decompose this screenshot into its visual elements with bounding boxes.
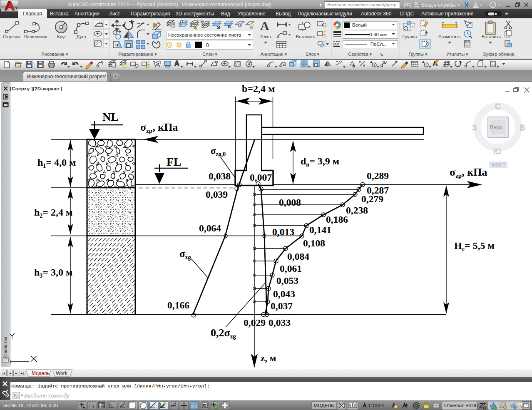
svg-text:Ю: Ю: [493, 147, 501, 156]
svg-text:σzg: σzg: [179, 248, 191, 261]
svg-text:0,033: 0,033: [268, 317, 291, 328]
svg-text:FL: FL: [167, 155, 181, 168]
svg-text:b=2,4 м: b=2,4 м: [242, 83, 275, 94]
svg-text:0,013: 0,013: [272, 226, 294, 237]
svg-text:0,061: 0,061: [280, 263, 302, 274]
svg-text:С: С: [495, 102, 501, 111]
svg-text:0,038: 0,038: [209, 171, 231, 181]
svg-text:0,029: 0,029: [244, 317, 266, 328]
svg-text:dn= 3,9 м: dn= 3,9 м: [301, 156, 339, 168]
svg-text:h3= 3,0 м: h3= 3,0 м: [34, 267, 72, 279]
svg-text:А: А: [260, 19, 269, 32]
svg-text:σzp, кПа: σzp, кПа: [140, 121, 178, 134]
svg-text:h1= 4,0 м: h1= 4,0 м: [37, 157, 76, 169]
svg-text:Work: Work: [56, 370, 68, 376]
svg-text:0,108: 0,108: [303, 238, 325, 248]
svg-text:Вход в службы: Вход в службы: [421, 2, 456, 8]
svg-text:Hc= 5,5 м: Hc= 5,5 м: [454, 240, 495, 252]
svg-text:Модель: Модель: [32, 370, 50, 376]
svg-text:0,166: 0,166: [167, 300, 189, 311]
svg-text:МСК: МСК: [492, 162, 502, 167]
svg-text:Отметка: +0.00: Отметка: +0.00: [444, 403, 478, 408]
svg-text:0,279: 0,279: [361, 194, 383, 204]
svg-text:h2= 2,4 м: h2= 2,4 м: [34, 207, 72, 219]
svg-text:0,053: 0,053: [276, 275, 298, 286]
svg-text:Верх: Верх: [490, 124, 503, 130]
svg-text:0,008: 0,008: [279, 197, 301, 208]
svg-text:1:100: 1:100: [368, 403, 380, 408]
svg-text:0,084: 0,084: [287, 251, 309, 262]
svg-text:0,039: 0,039: [206, 189, 228, 200]
svg-text:NL: NL: [102, 110, 119, 123]
svg-text:0: 0: [206, 42, 209, 48]
svg-text:A: A: [174, 60, 179, 67]
svg-text:0,064: 0,064: [199, 223, 221, 234]
svg-text:0,186: 0,186: [326, 214, 348, 225]
svg-text:В: В: [520, 123, 525, 132]
svg-text:?: ?: [492, 2, 494, 7]
svg-text:0,043: 0,043: [273, 288, 295, 299]
svg-text:З: З: [472, 123, 477, 132]
svg-text:0,238: 0,238: [346, 205, 368, 216]
svg-text:0,007: 0,007: [250, 172, 272, 183]
svg-text:σzg,0: σzg,0: [211, 146, 226, 157]
svg-text:0,289: 0,289: [367, 170, 389, 181]
svg-text:0,037: 0,037: [271, 301, 293, 311]
svg-text:0,2σzg: 0,2σzg: [211, 327, 236, 340]
svg-text:0,141: 0,141: [309, 224, 331, 235]
svg-text:n: n: [353, 64, 355, 68]
svg-text:z, м: z, м: [261, 353, 276, 363]
